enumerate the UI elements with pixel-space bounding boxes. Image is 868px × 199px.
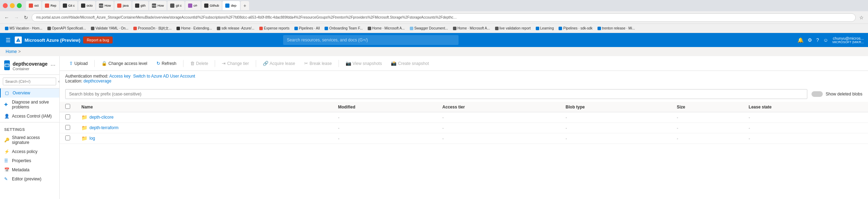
sidebar-item-editor[interactable]: ✎ Editor (preview) [0,174,59,184]
switch-account-link[interactable]: Switch to Azure AD User Account [133,74,195,79]
change-access-button[interactable]: 🔒 Change access level [98,59,151,68]
sidebar-item-iam[interactable]: 👤 Access Control (IAM) [0,112,59,121]
tab-gitc[interactable]: Git c [60,1,78,10]
settings-icon[interactable]: ⚙ [808,37,812,43]
feedback-icon[interactable]: ☺ [823,37,828,43]
tab-rep[interactable]: Rep [42,1,59,10]
bookmark-onboarding[interactable]: Onboarding Team F... [322,26,365,31]
content-panel: ⇧ Upload 🔒 Change access level ↻ Refresh… [60,56,868,199]
modified-column-header[interactable]: Modified [332,102,436,112]
sidebar-item-meta-label: Metadata [12,167,29,172]
table-body: 📁 depth-clicore - - - - - 📁 depth-terraf… [60,112,868,144]
tab-gith[interactable]: gith [132,1,149,10]
tab-gitc2[interactable]: git c [167,1,185,10]
tab-octo[interactable]: octo [78,1,95,10]
lease-state-value: - [749,115,750,120]
bookmark-home-extending[interactable]: Home · Extending... [174,26,214,31]
delete-button[interactable]: 🗑 Delete [186,59,212,68]
diagnose-icon: ✚ [4,102,9,107]
sidebar: depthcoverage Container ⋯ « ▢ Overview ✚… [0,56,60,199]
row-checkbox[interactable] [65,125,70,130]
bookmark-learning[interactable]: Learning [534,26,556,31]
sidebar-item-diagnose[interactable]: ✚ Diagnose and solve problems [0,98,59,112]
bookmark-home-msa2[interactable]: Home · Microsoft A... [451,26,492,31]
sidebar-more-icon[interactable]: ⋯ [51,62,55,68]
minimize-btn[interactable] [10,3,15,8]
maximize-btn[interactable] [17,3,22,8]
view-snapshots-button[interactable]: 📷 View snapshots [342,59,386,68]
lease-state-column-header[interactable]: Lease state [743,102,868,112]
acquire-lease-button[interactable]: 🔗 Acquire lease [259,59,299,68]
sidebar-search-input[interactable] [3,78,56,85]
report-bug-button[interactable]: Report a bug [83,37,113,44]
blob-type-value: - [566,136,567,141]
tab-new[interactable]: + [241,1,249,10]
row-checkbox[interactable] [65,114,70,119]
bookmark-validate[interactable]: Validate YAML · On... [89,26,131,31]
bookmark-trenton[interactable]: trenton release · Mi... [595,26,637,31]
name-column-header[interactable]: Name [76,102,332,112]
bookmark-proceson[interactable]: ProcessOn · 我的文... [131,25,174,32]
bookmark-validation[interactable]: live validation report [493,26,533,31]
create-snapshot-button[interactable]: 📸 Create snapshot [387,59,433,68]
tab-rw-how[interactable]: RWHow [96,1,114,10]
bookmark-button[interactable]: ☆ [858,13,865,22]
hamburger-menu[interactable]: ☰ [4,35,12,45]
address-bar[interactable]: ms.portal.azure.com/#blade/Microsoft_Azu… [32,13,856,22]
bookmark-openapi[interactable]: OpenAPI Specificati... [45,26,88,31]
help-icon[interactable]: ? [816,37,819,43]
upload-button[interactable]: ⇧ Upload [65,59,92,68]
sidebar-item-properties[interactable]: ☰ Properties [0,156,59,165]
top-nav: ☰ Microsoft Azure (Preview) Report a bug… [0,33,868,47]
bookmark-pipelines-sdk[interactable]: Pipelines · sdk-sdk [556,26,594,31]
change-access-icon: 🔒 [101,61,107,66]
size-column-header[interactable]: Size [671,102,743,112]
sidebar-search-area: « [0,75,59,88]
row-name-cell: 📁 depth-terraform [76,123,332,133]
bookmark-pipelines-all[interactable]: Pipelines · All [292,26,322,31]
refresh-button[interactable]: ↻ Refresh [153,59,180,68]
azure-logo-svg [16,38,21,42]
sidebar-item-overview[interactable]: ▢ Overview [0,88,59,98]
tab-csharp[interactable]: c#· [185,1,201,10]
tab-github[interactable]: Github [201,1,222,10]
tab-dep[interactable]: dep· [222,1,240,10]
change-tier-button[interactable]: ⇥ Change tier [218,59,253,68]
blob-search-input[interactable] [65,89,807,99]
global-search-input[interactable] [283,35,459,45]
breadcrumb-home[interactable]: Home [6,49,17,54]
auth-method-label: Authentication method: [65,74,108,79]
bookmark-home-msa[interactable]: Home · Microsoft A... [366,26,407,31]
forward-button[interactable]: → [13,13,20,22]
access-tier-column-header[interactable]: Access tier [437,102,560,112]
show-deleted-toggle[interactable] [812,91,823,97]
iam-icon: 👤 [4,114,9,119]
break-lease-button[interactable]: ✂ Break lease [300,59,335,68]
bookmark-swagger[interactable]: Swagger Document... [408,26,450,31]
sidebar-item-access-policy[interactable]: ⚡ Access policy [0,147,59,156]
bookmark-ms-vacation[interactable]: MS Vacation · Hom... [3,26,45,31]
tab-oct[interactable]: oct [26,1,41,10]
tab-java[interactable]: java [114,1,132,10]
notifications-icon[interactable]: 🔔 [797,37,803,43]
row-size-cell: - [671,133,743,144]
select-all-checkbox[interactable] [65,104,70,109]
blob-type-column-header[interactable]: Blob type [560,102,671,112]
tab-rwhow2[interactable]: RWHow [149,1,167,10]
bookmark-expense[interactable]: Expense reports [257,26,292,31]
reload-button[interactable]: ↻ [22,13,29,22]
access-tier-value: - [442,126,444,131]
row-checkbox-cell [60,112,76,123]
svg-rect-2 [5,64,9,67]
folder-name-link[interactable]: depth-terraform [89,125,119,130]
close-btn[interactable] [3,3,8,8]
back-button[interactable]: ← [3,13,11,22]
bookmark-sdk[interactable]: sdk release ·Azure/... [215,26,256,31]
row-checkbox[interactable] [65,135,70,140]
folder-name-link[interactable]: log [89,136,95,141]
user-info[interactable]: chunyu@micros... MICROSOFT (MIKR... [833,36,864,44]
folder-name-link[interactable]: depth-clicore [89,115,114,120]
show-deleted-label: Show deleted blobs [826,92,862,97]
sidebar-item-metadata[interactable]: 📅 Metadata [0,165,59,174]
sidebar-item-sas[interactable]: 🔑 Shared access signature [0,133,59,147]
